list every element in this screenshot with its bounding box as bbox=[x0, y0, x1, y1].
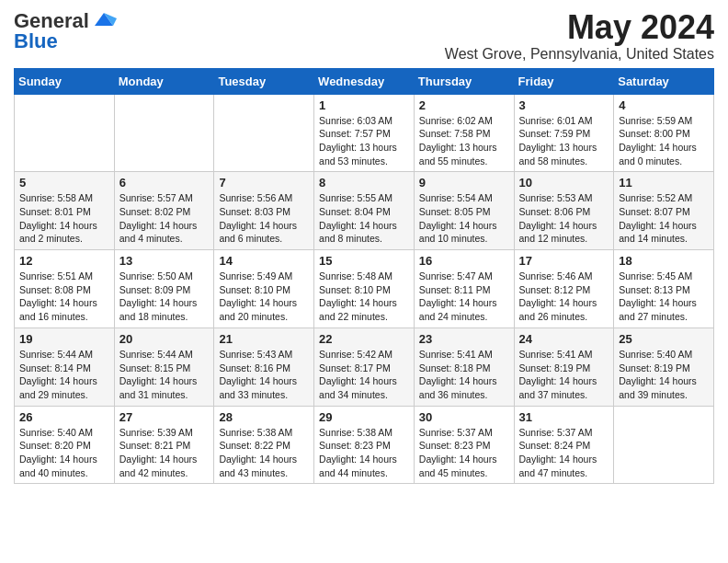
day-number: 8 bbox=[319, 176, 409, 190]
logo: General Blue bbox=[14, 9, 117, 53]
day-number: 5 bbox=[19, 176, 109, 190]
logo-blue: Blue bbox=[14, 29, 58, 53]
calendar-cell bbox=[614, 406, 714, 484]
day-content: Sunrise: 6:03 AM Sunset: 7:57 PM Dayligh… bbox=[319, 114, 409, 168]
day-number: 21 bbox=[219, 332, 309, 346]
calendar-cell: 7Sunrise: 5:56 AM Sunset: 8:03 PM Daylig… bbox=[214, 172, 314, 250]
day-number: 1 bbox=[319, 98, 409, 112]
day-number: 30 bbox=[419, 410, 509, 424]
calendar-cell bbox=[114, 94, 214, 172]
month-year-title: May 2024 bbox=[445, 9, 714, 46]
day-content: Sunrise: 5:41 AM Sunset: 8:18 PM Dayligh… bbox=[419, 348, 509, 402]
day-number: 26 bbox=[19, 410, 109, 424]
day-number: 3 bbox=[519, 98, 609, 112]
calendar-cell: 1Sunrise: 6:03 AM Sunset: 7:57 PM Daylig… bbox=[314, 94, 415, 172]
calendar-cell: 20Sunrise: 5:44 AM Sunset: 8:15 PM Dayli… bbox=[114, 327, 214, 406]
logo-icon bbox=[91, 9, 117, 29]
header-tuesday: Tuesday bbox=[214, 68, 314, 94]
calendar-cell: 28Sunrise: 5:38 AM Sunset: 8:22 PM Dayli… bbox=[214, 406, 314, 484]
header-sunday: Sunday bbox=[15, 68, 115, 94]
header-friday: Friday bbox=[514, 68, 614, 94]
day-content: Sunrise: 5:56 AM Sunset: 8:03 PM Dayligh… bbox=[219, 191, 309, 246]
day-number: 25 bbox=[619, 332, 709, 346]
day-number: 12 bbox=[19, 254, 109, 268]
calendar-cell: 11Sunrise: 5:52 AM Sunset: 8:07 PM Dayli… bbox=[614, 172, 714, 250]
calendar-cell: 22Sunrise: 5:42 AM Sunset: 8:17 PM Dayli… bbox=[314, 327, 415, 406]
header-wednesday: Wednesday bbox=[314, 68, 415, 94]
calendar-cell: 9Sunrise: 5:54 AM Sunset: 8:05 PM Daylig… bbox=[414, 172, 514, 250]
day-content: Sunrise: 5:54 AM Sunset: 8:05 PM Dayligh… bbox=[419, 191, 509, 246]
day-number: 19 bbox=[19, 332, 109, 346]
day-content: Sunrise: 5:53 AM Sunset: 8:06 PM Dayligh… bbox=[519, 191, 609, 246]
day-number: 4 bbox=[619, 98, 709, 112]
calendar-cell: 14Sunrise: 5:49 AM Sunset: 8:10 PM Dayli… bbox=[214, 250, 314, 328]
header-monday: Monday bbox=[114, 68, 214, 94]
day-number: 6 bbox=[119, 176, 210, 190]
calendar-cell: 16Sunrise: 5:47 AM Sunset: 8:11 PM Dayli… bbox=[414, 250, 514, 328]
day-number: 9 bbox=[419, 176, 509, 190]
day-content: Sunrise: 5:40 AM Sunset: 8:19 PM Dayligh… bbox=[619, 348, 709, 402]
calendar-cell: 31Sunrise: 5:37 AM Sunset: 8:24 PM Dayli… bbox=[514, 406, 614, 484]
calendar-cell: 8Sunrise: 5:55 AM Sunset: 8:04 PM Daylig… bbox=[314, 172, 415, 250]
calendar-cell: 12Sunrise: 5:51 AM Sunset: 8:08 PM Dayli… bbox=[15, 250, 115, 328]
day-number: 20 bbox=[119, 332, 210, 346]
day-number: 16 bbox=[419, 254, 509, 268]
day-content: Sunrise: 5:39 AM Sunset: 8:21 PM Dayligh… bbox=[119, 426, 210, 480]
calendar-cell: 23Sunrise: 5:41 AM Sunset: 8:18 PM Dayli… bbox=[414, 327, 514, 406]
day-content: Sunrise: 5:51 AM Sunset: 8:08 PM Dayligh… bbox=[19, 270, 109, 324]
day-content: Sunrise: 5:38 AM Sunset: 8:23 PM Dayligh… bbox=[319, 426, 409, 480]
day-content: Sunrise: 5:52 AM Sunset: 8:07 PM Dayligh… bbox=[619, 191, 709, 246]
calendar-cell: 2Sunrise: 6:02 AM Sunset: 7:58 PM Daylig… bbox=[414, 94, 514, 172]
day-content: Sunrise: 5:57 AM Sunset: 8:02 PM Dayligh… bbox=[119, 191, 210, 246]
day-number: 27 bbox=[119, 410, 210, 424]
day-content: Sunrise: 5:55 AM Sunset: 8:04 PM Dayligh… bbox=[319, 191, 409, 246]
calendar-week-row: 19Sunrise: 5:44 AM Sunset: 8:14 PM Dayli… bbox=[15, 327, 714, 406]
day-content: Sunrise: 6:02 AM Sunset: 7:58 PM Dayligh… bbox=[419, 114, 509, 168]
calendar-cell: 6Sunrise: 5:57 AM Sunset: 8:02 PM Daylig… bbox=[114, 172, 214, 250]
day-content: Sunrise: 5:58 AM Sunset: 8:01 PM Dayligh… bbox=[19, 191, 109, 246]
day-content: Sunrise: 5:44 AM Sunset: 8:14 PM Dayligh… bbox=[19, 348, 109, 402]
calendar-cell bbox=[15, 94, 115, 172]
day-number: 2 bbox=[419, 98, 509, 112]
calendar-header-row: SundayMondayTuesdayWednesdayThursdayFrid… bbox=[15, 68, 714, 94]
calendar-cell: 18Sunrise: 5:45 AM Sunset: 8:13 PM Dayli… bbox=[614, 250, 714, 328]
day-content: Sunrise: 5:38 AM Sunset: 8:22 PM Dayligh… bbox=[219, 426, 309, 480]
calendar-cell: 5Sunrise: 5:58 AM Sunset: 8:01 PM Daylig… bbox=[15, 172, 115, 250]
day-number: 11 bbox=[619, 176, 709, 190]
day-content: Sunrise: 5:47 AM Sunset: 8:11 PM Dayligh… bbox=[419, 270, 509, 324]
calendar-cell: 17Sunrise: 5:46 AM Sunset: 8:12 PM Dayli… bbox=[514, 250, 614, 328]
day-content: Sunrise: 5:50 AM Sunset: 8:09 PM Dayligh… bbox=[119, 270, 210, 324]
day-content: Sunrise: 5:37 AM Sunset: 8:23 PM Dayligh… bbox=[419, 426, 509, 480]
day-number: 18 bbox=[619, 254, 709, 268]
day-content: Sunrise: 5:44 AM Sunset: 8:15 PM Dayligh… bbox=[119, 348, 210, 402]
day-number: 14 bbox=[219, 254, 309, 268]
day-number: 23 bbox=[419, 332, 509, 346]
day-number: 31 bbox=[519, 410, 609, 424]
calendar-cell: 13Sunrise: 5:50 AM Sunset: 8:09 PM Dayli… bbox=[114, 250, 214, 328]
day-content: Sunrise: 5:41 AM Sunset: 8:19 PM Dayligh… bbox=[519, 348, 609, 402]
day-number: 17 bbox=[519, 254, 609, 268]
header-thursday: Thursday bbox=[414, 68, 514, 94]
calendar-cell: 30Sunrise: 5:37 AM Sunset: 8:23 PM Dayli… bbox=[414, 406, 514, 484]
page-header: General Blue May 2024 West Grove, Pennsy… bbox=[14, 9, 714, 63]
day-number: 10 bbox=[519, 176, 609, 190]
calendar-cell: 29Sunrise: 5:38 AM Sunset: 8:23 PM Dayli… bbox=[314, 406, 415, 484]
calendar-cell: 25Sunrise: 5:40 AM Sunset: 8:19 PM Dayli… bbox=[614, 327, 714, 406]
day-number: 7 bbox=[219, 176, 309, 190]
day-content: Sunrise: 5:48 AM Sunset: 8:10 PM Dayligh… bbox=[319, 270, 409, 324]
calendar-cell: 15Sunrise: 5:48 AM Sunset: 8:10 PM Dayli… bbox=[314, 250, 415, 328]
calendar-cell: 26Sunrise: 5:40 AM Sunset: 8:20 PM Dayli… bbox=[15, 406, 115, 484]
day-content: Sunrise: 5:46 AM Sunset: 8:12 PM Dayligh… bbox=[519, 270, 609, 324]
day-content: Sunrise: 5:59 AM Sunset: 8:00 PM Dayligh… bbox=[619, 114, 709, 168]
day-number: 22 bbox=[319, 332, 409, 346]
calendar-cell: 4Sunrise: 5:59 AM Sunset: 8:00 PM Daylig… bbox=[614, 94, 714, 172]
day-number: 28 bbox=[219, 410, 309, 424]
calendar-week-row: 12Sunrise: 5:51 AM Sunset: 8:08 PM Dayli… bbox=[15, 250, 714, 328]
day-content: Sunrise: 5:43 AM Sunset: 8:16 PM Dayligh… bbox=[219, 348, 309, 402]
day-content: Sunrise: 5:40 AM Sunset: 8:20 PM Dayligh… bbox=[19, 426, 109, 480]
day-content: Sunrise: 5:45 AM Sunset: 8:13 PM Dayligh… bbox=[619, 270, 709, 324]
day-content: Sunrise: 5:49 AM Sunset: 8:10 PM Dayligh… bbox=[219, 270, 309, 324]
title-block: May 2024 West Grove, Pennsylvania, Unite… bbox=[445, 9, 714, 63]
calendar-cell: 3Sunrise: 6:01 AM Sunset: 7:59 PM Daylig… bbox=[514, 94, 614, 172]
calendar-table: SundayMondayTuesdayWednesdayThursdayFrid… bbox=[14, 68, 714, 485]
